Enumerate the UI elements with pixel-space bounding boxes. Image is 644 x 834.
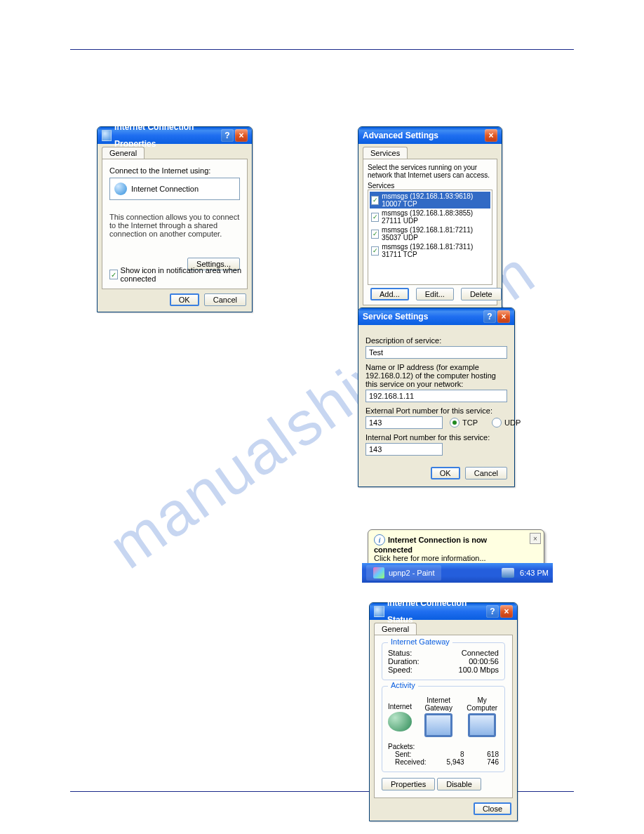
name-ip-label: Name or IP address (for example 192.168.… [365,363,507,388]
properties-titlebar[interactable]: Internet Connection Properties ? × [98,127,252,144]
connection-icon [374,606,384,617]
info-icon: i [374,534,385,545]
ok-button[interactable]: OK [431,467,460,479]
help-button[interactable]: ? [483,310,496,323]
help-button[interactable]: ? [221,129,234,142]
connection-box[interactable]: Internet Connection [109,178,240,200]
balloon-close-button[interactable]: × [530,533,541,544]
sent-label: Sent: [388,750,429,758]
taskbar-item[interactable]: upnp2 - Paint [366,565,441,581]
show-icon-label: Show icon in notification area when conn… [121,266,247,283]
close-button[interactable]: × [235,129,248,142]
connection-name: Internet Connection [131,185,199,193]
service-label: msmsgs (192.168.1.88:3855) 27111 UDP [382,209,489,225]
advanced-titlebar[interactable]: Advanced Settings × [358,127,502,144]
tab-general[interactable]: General [102,147,145,159]
clock: 6:43 PM [520,569,549,577]
tcp-radio[interactable]: TCP [450,418,478,428]
list-item[interactable]: ✓msmsgs (192.168.1.81:7311) 31711 TCP [370,242,490,259]
status-titlebar[interactable]: Internet Connection Status ? × [370,603,517,620]
tab-services[interactable]: Services [363,147,408,159]
connection-description: This connection allows you to connect to… [109,213,240,238]
speed-value: 100.0 Mbps [443,666,499,674]
received-value-2: 746 [464,758,499,766]
globe-icon [388,712,412,732]
status-value: Connected [443,649,499,657]
int-port-label: Internal Port number for this service: [365,433,507,442]
ext-port-input[interactable] [365,416,443,429]
service-settings-title: Service Settings [363,308,428,325]
services-list[interactable]: ✓msmsgs (192.168.1.93:9618) 10007 TCP ✓m… [368,190,492,285]
cancel-button[interactable]: Cancel [465,467,507,479]
status-label: Status: [388,649,443,657]
computer-icon [468,713,496,737]
service-label: msmsgs (192.168.1.93:9618) 10007 TCP [382,192,489,208]
cancel-button[interactable]: Cancel [204,293,246,306]
activity-legend: Activity [388,681,418,689]
balloon-body: Click here for more information... [374,554,525,562]
notification-balloon[interactable]: × iInternet Connection is now connected … [368,529,544,567]
received-value-1: 5,943 [429,758,464,766]
close-button[interactable]: Close [474,802,511,815]
udp-radio[interactable]: UDP [492,418,521,428]
close-button[interactable]: × [497,310,510,323]
duration-label: Duration: [388,657,443,666]
ok-button[interactable]: OK [170,293,199,306]
top-rule [70,49,574,50]
advanced-title: Advanced Settings [363,127,438,144]
int-port-input[interactable] [365,443,443,456]
connect-using-label: Connect to the Internet using: [109,166,240,175]
list-item[interactable]: ✓msmsgs (192.168.1.93:9618) 10007 TCP [370,192,490,208]
tab-general[interactable]: General [374,623,417,635]
connection-icon [102,130,112,141]
received-label: Received: [388,758,429,766]
advanced-instructions: Select the services running on your netw… [368,164,492,179]
disable-button[interactable]: Disable [437,778,481,790]
services-label: Services [368,182,492,190]
delete-button[interactable]: Delete [461,288,502,300]
gateway-node: Internet Gateway [417,696,459,739]
close-button[interactable]: × [485,129,497,142]
globe-icon [114,183,127,195]
balloon-title: Internet Connection is now connected [374,536,487,554]
paint-icon [373,567,384,578]
sent-value-2: 618 [464,750,499,758]
close-button[interactable]: × [500,605,513,618]
duration-value: 00:00:56 [443,657,499,666]
task-label: upnp2 - Paint [389,569,434,577]
ext-port-label: External Port number for this service: [365,406,507,415]
service-label: msmsgs (192.168.1.81:7311) 31711 TCP [382,243,489,258]
help-button[interactable]: ? [486,605,499,618]
packets-label: Packets: [388,743,429,750]
service-settings-titlebar[interactable]: Service Settings ? × [358,308,514,325]
properties-button[interactable]: Properties [382,778,435,790]
gateway-icon [424,713,452,737]
computer-node: My Computer [465,696,499,739]
taskbar[interactable]: upnp2 - Paint 6:43 PM [362,563,553,583]
edit-button[interactable]: Edit... [416,288,454,300]
speed-label: Speed: [388,666,443,674]
name-ip-input[interactable] [365,390,507,402]
description-label: Description of service: [365,336,507,345]
show-icon-checkbox[interactable]: ✓ [109,270,118,279]
internet-node: Internet [388,703,412,733]
service-label: msmsgs (192.168.1.81:7211) 35037 UDP [382,226,489,241]
sent-value-1: 8 [429,750,464,758]
add-button[interactable]: Add... [370,288,409,300]
network-tray-icon[interactable] [502,568,514,578]
list-item[interactable]: ✓msmsgs (192.168.1.88:3855) 27111 UDP [370,208,490,225]
gateway-legend: Internet Gateway [388,637,452,646]
list-item[interactable]: ✓msmsgs (192.168.1.81:7211) 35037 UDP [370,225,490,242]
description-input[interactable] [365,346,507,359]
